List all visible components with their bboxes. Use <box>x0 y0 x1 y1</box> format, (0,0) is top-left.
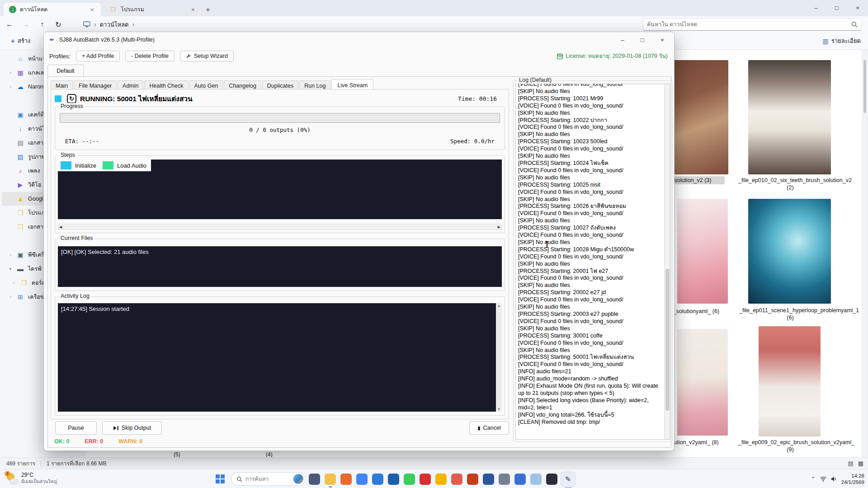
file-caption[interactable]: _file_ep010_02_six_teeth_brush_solution_… <box>736 176 844 192</box>
scrollbar-thumb[interactable] <box>863 60 866 113</box>
close-tab-icon[interactable]: × <box>189 5 197 14</box>
dialog-close-button[interactable]: × <box>652 32 672 47</box>
taskbar-app-icon[interactable] <box>546 474 557 485</box>
scroll-left-arrow-icon[interactable]: ◀ <box>59 225 62 229</box>
list-view-icon[interactable]: ▤ <box>848 460 853 467</box>
profile-tab-default[interactable]: Default <box>47 65 84 77</box>
dialog-title-bar[interactable]: ✒ SJ88 AutoBatch v26.5.3 (Multi-Profile)… <box>44 32 674 47</box>
back-button[interactable]: ← <box>3 18 16 31</box>
expander-chevron-icon[interactable]: › <box>8 253 13 257</box>
warning-counter: WARN: 0 <box>118 438 142 445</box>
taskbar-center: ✎ <box>212 469 576 488</box>
show-desktop-button[interactable] <box>863 472 864 486</box>
expander-chevron-icon[interactable]: › <box>8 70 13 75</box>
activity-log-scrollbar[interactable]: ▲ ▼ <box>496 303 502 412</box>
log-line: [VOICE] Found 0 files in vdo_long_sound/ <box>518 232 662 239</box>
explorer-tab-downloads[interactable]: ↓ ดาวน์โหลด × <box>4 3 101 16</box>
skip-output-button[interactable]: Skip Output <box>102 421 162 435</box>
taskbar-app-autobatch-icon[interactable]: ✎ <box>561 472 576 487</box>
close-tab-icon[interactable]: × <box>88 5 96 14</box>
file-thumbnail[interactable] <box>677 329 728 436</box>
taskbar-search-box[interactable] <box>231 472 306 486</box>
explorer-scrollbar[interactable] <box>863 52 867 455</box>
log-scrollbar[interactable] <box>664 84 670 439</box>
file-thumbnail[interactable] <box>748 60 831 174</box>
search-highlight-image[interactable] <box>293 474 303 484</box>
chevron-right-icon: › <box>94 21 96 28</box>
current-files-console[interactable]: [OK] [OK] Selected: 21 audio files <box>58 246 502 287</box>
cancel-button[interactable]: ▮ Cancel <box>469 421 509 435</box>
forward-button[interactable]: → <box>19 18 33 31</box>
minimize-button[interactable]: – <box>806 0 826 15</box>
taskbar-app-icon[interactable] <box>325 474 336 485</box>
new-tab-button[interactable]: + <box>202 4 214 16</box>
breadcrumb-folder[interactable]: ดาวน์โหลด <box>100 20 129 29</box>
steps-horizontal-scrollbar[interactable]: ◀ ▶ <box>58 224 502 230</box>
scroll-right-arrow-icon[interactable]: ▶ <box>498 225 500 229</box>
start-button[interactable] <box>212 471 228 487</box>
log-line: [PROCESS] Starting: 50001 ไฟเหลี่ยมแต่งส… <box>518 354 662 361</box>
weather-widget[interactable]: 2 29°C มีเมฆเป็นส่วนใหญ่ <box>3 471 61 486</box>
delete-profile-button[interactable]: - Delete Profile <box>125 51 175 61</box>
details-pane-icon: ▥ <box>823 38 829 45</box>
scrollbar-thumb[interactable] <box>665 269 670 411</box>
taskbar-app-icon[interactable] <box>356 474 368 485</box>
taskbar-app-icon[interactable] <box>514 474 526 485</box>
file-thumbnail[interactable] <box>677 199 728 304</box>
tray-overflow-chevron-icon[interactable]: ⌃ <box>811 476 816 482</box>
thumbnail-view-icon[interactable]: ▦ <box>858 460 863 467</box>
taskbar-app-icon[interactable] <box>451 474 462 485</box>
explorer-search-box[interactable] <box>643 18 862 31</box>
wifi-icon[interactable] <box>820 476 826 482</box>
log-console[interactable]: [VOICE] Found 0 files in vdo_long_sound/… <box>515 84 670 440</box>
new-item-button[interactable]: + สร้าง <box>6 34 35 48</box>
taskbar-search-input[interactable] <box>245 476 287 482</box>
details-pane-button[interactable]: ▥ รายละเอียด <box>823 36 861 46</box>
scroll-up-arrow-icon[interactable]: ▲ <box>497 304 500 307</box>
volume-icon[interactable] <box>831 476 837 482</box>
taskbar-app-icon[interactable] <box>388 474 399 485</box>
clock[interactable]: 14:28 24/1/2569 <box>841 473 864 486</box>
log-line: [SKIP] No audio files <box>518 88 662 95</box>
taskbar-app-icon[interactable] <box>530 474 542 485</box>
expander-chevron-icon[interactable]: ▾ <box>8 267 13 271</box>
log-group-label: Log (Default) <box>517 77 553 83</box>
taskbar-app-icon[interactable] <box>420 474 431 485</box>
taskbar-app-icon[interactable] <box>499 474 510 485</box>
up-button[interactable]: ↑ <box>35 18 49 31</box>
taskbar-app-icon[interactable] <box>340 474 352 485</box>
file-caption-fragment[interactable]: (4) <box>266 451 273 458</box>
file-caption[interactable]: _file_ep011_scene1_hyperloop_problemyaml… <box>737 306 844 322</box>
file-thumbnail[interactable] <box>748 199 831 304</box>
log-line: [VOICE] Found 0 files in vdo_long_sound/ <box>518 340 662 347</box>
explorer-tab-label: โปรแกรม <box>121 5 144 14</box>
add-profile-button[interactable]: + Add Profile <box>76 51 120 61</box>
file-caption-fragment[interactable]: (5) <box>174 451 180 458</box>
taskbar-app-icon[interactable] <box>435 474 447 485</box>
explorer-tab-programs[interactable]: ❒ โปรแกรม × <box>104 3 202 16</box>
setup-wizard-button[interactable]: Setup Wizard <box>180 51 234 61</box>
close-button[interactable]: × <box>847 0 868 15</box>
sidebar-item-icon: ▲ <box>17 195 24 202</box>
taskbar-app-icon[interactable] <box>404 474 415 485</box>
breadcrumb[interactable]: › ดาวน์โหลด › <box>83 20 134 29</box>
taskbar-app-icon[interactable] <box>467 474 478 485</box>
taskbar-app-icon[interactable] <box>372 474 383 485</box>
maximize-button[interactable]: □ <box>826 0 847 15</box>
expander-chevron-icon[interactable]: › <box>8 295 13 299</box>
refresh-button[interactable]: ↻ <box>52 18 65 31</box>
dialog-maximize-button[interactable]: □ <box>632 32 652 47</box>
dialog-minimize-button[interactable]: – <box>613 32 632 47</box>
expander-chevron-icon[interactable]: › <box>12 281 16 285</box>
skip-forward-icon <box>113 426 119 431</box>
expander-chevron-icon[interactable]: › <box>8 84 13 89</box>
activity-log-console[interactable]: [14:27:45] Session started ▲ ▼ <box>58 303 502 412</box>
file-caption[interactable]: _file_ep009_02_epic_brush_solution_v2yam… <box>736 438 844 454</box>
scroll-down-arrow-icon[interactable]: ▼ <box>497 408 500 411</box>
explorer-search-input[interactable] <box>647 21 851 28</box>
file-thumbnail[interactable] <box>759 326 821 436</box>
taskbar-app-icon[interactable] <box>309 474 320 485</box>
taskbar-app-icon[interactable] <box>483 474 494 485</box>
pause-button[interactable]: Pause <box>55 421 97 435</box>
log-line: [VOICE] Found 0 files in vdo_long_sound/ <box>518 275 662 282</box>
